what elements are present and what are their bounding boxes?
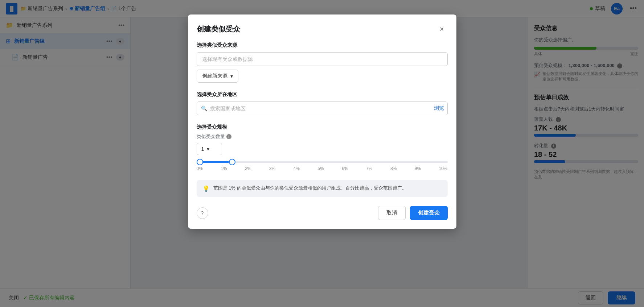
modal-title: 创建类似受众 xyxy=(197,24,240,34)
location-label: 选择受众所在地区 xyxy=(197,91,448,98)
hint-box: 💡 范围是 1% 的类似受众由与你的类似受众源最相似的用户组成。百分比越高，受众… xyxy=(197,180,448,197)
size-label: 选择受众规模 xyxy=(197,124,448,130)
range-labels: 0% 1% 2% 3% 4% 5% 6% 7% 8% 9% 10% xyxy=(197,166,448,171)
modal-overlay: 创建类似受众 × 选择类似受众来源 创建新来源 ▾ 选择受众所在地区 🔍 xyxy=(0,0,644,307)
range-label-1: 1% xyxy=(221,166,227,171)
count-info-icon[interactable]: i xyxy=(226,134,231,139)
browse-button[interactable]: 浏览 xyxy=(434,105,444,112)
create-source-button[interactable]: 创建新来源 ▾ xyxy=(197,70,238,83)
source-input[interactable] xyxy=(197,52,448,66)
size-section: 选择受众规模 类似受众数量 i 1 ▾ 0% xyxy=(197,124,448,171)
location-search-input[interactable] xyxy=(197,101,448,115)
range-thumb-right[interactable] xyxy=(229,159,235,165)
modal-footer: ? 取消 创建受众 xyxy=(197,204,448,220)
close-icon: × xyxy=(440,25,444,33)
source-label: 选择类似受众来源 xyxy=(197,42,448,49)
modal-header: 创建类似受众 × xyxy=(197,23,448,35)
chevron-down-icon: ▾ xyxy=(230,73,233,79)
count-chevron-icon: ▾ xyxy=(207,146,209,152)
modal-dialog: 创建类似受众 × 选择类似受众来源 创建新来源 ▾ 选择受众所在地区 🔍 xyxy=(188,14,456,229)
location-section: 选择受众所在地区 🔍 浏览 xyxy=(197,91,448,115)
create-audience-button[interactable]: 创建受众 xyxy=(410,206,448,220)
source-section: 选择类似受众来源 创建新来源 ▾ xyxy=(197,42,448,83)
location-search-container: 🔍 浏览 xyxy=(197,101,448,115)
range-thumb-left[interactable] xyxy=(197,159,203,165)
hint-icon: 💡 xyxy=(202,185,210,192)
range-label-9: 9% xyxy=(415,166,421,171)
count-dropdown-button[interactable]: 1 ▾ xyxy=(197,143,222,155)
range-label-7: 7% xyxy=(366,166,372,171)
range-label-0: 0% xyxy=(197,166,203,171)
count-label-wrap: 类似受众数量 i xyxy=(197,133,448,140)
range-label-2: 2% xyxy=(245,166,251,171)
help-button[interactable]: ? xyxy=(197,207,208,219)
range-label-10: 10% xyxy=(439,166,447,171)
count-dropdown-wrap: 类似受众数量 i 1 ▾ xyxy=(197,133,448,155)
range-wrap xyxy=(197,161,448,163)
range-track xyxy=(197,161,448,163)
range-label-5: 5% xyxy=(317,166,324,171)
range-label-3: 3% xyxy=(269,166,275,171)
range-label-4: 4% xyxy=(294,166,300,171)
modal-actions: 取消 创建受众 xyxy=(378,206,448,220)
cancel-button[interactable]: 取消 xyxy=(378,206,406,220)
search-icon: 🔍 xyxy=(201,105,207,111)
range-label-6: 6% xyxy=(342,166,348,171)
range-label-8: 8% xyxy=(390,166,397,171)
modal-close-button[interactable]: × xyxy=(436,23,448,35)
